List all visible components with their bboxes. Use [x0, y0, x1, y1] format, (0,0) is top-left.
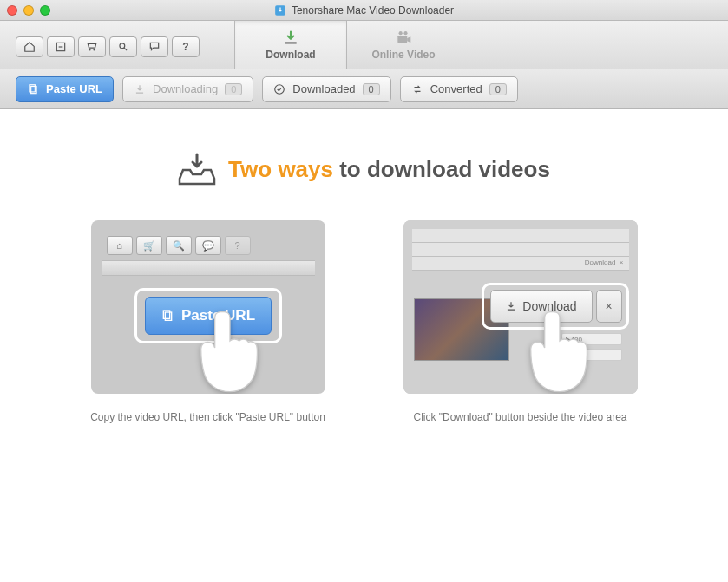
content-area: Two ways to download videos ⌂ 🛒 🔍 💬 ? Pa… [0, 109, 728, 451]
paste-url-label: Paste URL [46, 82, 102, 95]
minimize-window-button[interactable] [23, 5, 34, 16]
card-download-caption: Click "Download" button beside the video… [414, 409, 627, 425]
paste-icon [161, 309, 174, 323]
svg-point-4 [120, 43, 125, 49]
svg-point-10 [275, 84, 285, 94]
card-download: Download × ▶ 480 ▶ 360 Download × Click … [399, 220, 642, 425]
close-window-button[interactable] [7, 5, 17, 16]
cart-button[interactable] [78, 36, 106, 57]
illust-tag: Download [585, 258, 616, 266]
check-icon [273, 83, 285, 95]
svg-point-6 [403, 31, 407, 35]
headline: Two ways to download videos [52, 153, 676, 186]
illust-search-icon: 🔍 [166, 236, 192, 255]
card-paste-url: ⌂ 🛒 🔍 💬 ? Paste URL Copy the video URL, … [87, 220, 330, 425]
toolbar-left-group: ? [16, 36, 200, 57]
titlebar: Tenorshare Mac Video Downloader [0, 0, 728, 21]
illust-chat-icon: 💬 [195, 236, 221, 255]
download-icon [280, 29, 301, 47]
paste-icon [27, 83, 39, 95]
card-paste-url-caption: Copy the video URL, then click "Paste UR… [90, 409, 325, 425]
svg-rect-7 [397, 36, 407, 43]
illust-help-icon: ? [225, 236, 251, 255]
converted-count: 0 [489, 83, 507, 95]
traffic-lights [7, 5, 50, 16]
downloading-count: 0 [225, 83, 242, 95]
tab-online-video-label: Online Video [371, 49, 435, 61]
filter-bar: Paste URL Downloading 0 Downloaded 0 Con… [0, 69, 728, 109]
card-download-illustration: Download × ▶ 480 ▶ 360 Download × [403, 220, 638, 394]
help-button[interactable]: ? [172, 36, 200, 57]
converted-label: Converted [430, 82, 482, 95]
paste-url-button[interactable]: Paste URL [16, 76, 114, 102]
convert-icon [411, 83, 423, 95]
tab-download[interactable]: Download [234, 21, 347, 69]
settings-button[interactable] [109, 36, 137, 57]
cards-row: ⌂ 🛒 🔍 💬 ? Paste URL Copy the video URL, … [52, 220, 676, 425]
camera-icon [393, 29, 414, 47]
tab-online-video[interactable]: Online Video [347, 21, 460, 69]
svg-point-3 [93, 49, 95, 51]
register-button[interactable] [47, 36, 75, 57]
svg-rect-0 [275, 5, 285, 16]
main-tabs: Download Online Video [234, 21, 460, 69]
zoom-window-button[interactable] [40, 5, 50, 16]
headline-highlight: Two ways [228, 156, 333, 182]
app-icon [274, 4, 286, 16]
downloaded-count: 0 [363, 83, 380, 95]
home-button[interactable] [16, 36, 43, 57]
illust-home-icon: ⌂ [107, 236, 133, 255]
downloading-icon [134, 83, 146, 95]
illust-cart-icon: 🛒 [136, 236, 162, 255]
hand-pointer-icon [525, 306, 594, 394]
toolbar: ? Download Online Video [0, 21, 728, 69]
illust-close-button: × [596, 290, 622, 323]
downloading-filter[interactable]: Downloading 0 [122, 76, 253, 102]
tab-download-label: Download [266, 49, 315, 61]
downloading-label: Downloading [153, 82, 218, 95]
downloaded-filter[interactable]: Downloaded 0 [262, 76, 390, 102]
download-arrow-icon [505, 300, 517, 312]
headline-rest: to download videos [333, 156, 550, 182]
converted-filter[interactable]: Converted 0 [400, 76, 518, 102]
hand-pointer-icon [195, 306, 265, 394]
window-title: Tenorshare Mac Video Downloader [292, 4, 454, 16]
card-paste-url-illustration: ⌂ 🛒 🔍 💬 ? Paste URL [91, 220, 325, 394]
feedback-button[interactable] [141, 36, 168, 57]
downloaded-label: Downloaded [292, 82, 355, 95]
svg-point-5 [399, 31, 403, 35]
svg-point-2 [89, 49, 91, 51]
inbox-download-icon [178, 153, 216, 186]
